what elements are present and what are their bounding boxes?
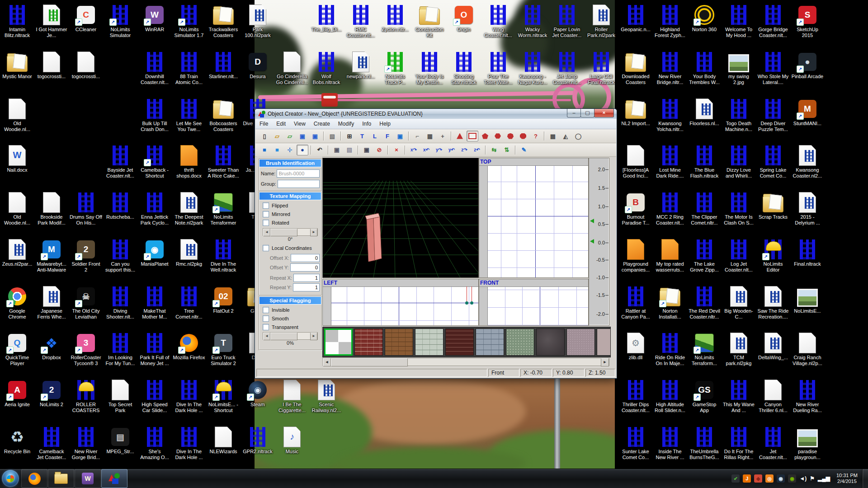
desktop-icon-rollercoaster-tycoon-3[interactable]: 3↗RollerCoaster Tycoon® 3 [70,333,102,366]
desktop-icon-ride-on-ride-on-in-maje[interactable]: Ride On Ride On In Maje... [654,333,686,366]
desktop-icon-the-blue-flash-nltrack[interactable]: The Blue Flash.nltrack [688,145,721,179]
mirrored-checkbox[interactable] [263,211,269,217]
desktop-icon-zeus-nl2par[interactable]: Zeus.nl2par... [1,239,33,267]
desktop-icon-construction-kit[interactable]: Construction Kit [413,5,446,38]
menu-info[interactable]: Info [358,119,375,128]
smooth-checkbox[interactable] [263,315,269,322]
desktop-icon-my-swing-2-jpg[interactable]: my swing 2.jpg [722,52,755,85]
create-triangle-button[interactable] [454,131,466,141]
view-top-button[interactable]: T [356,131,368,141]
repeat-y-input[interactable] [293,283,320,291]
desktop-icon-kwansong-coaster-nl2[interactable]: Kwansong Coaster.nl2... [791,145,824,179]
desktop-icon-new-river-bridge-nltr[interactable]: New River Bridge.nltr... [654,52,686,85]
prism-button[interactable]: ◭ [560,131,571,141]
texture-swatch-stone-gray[interactable] [476,328,504,356]
desktop-icon-gorge-bridge-coaster-nlt[interactable]: Gorge Bridge Coaster.nlt... [757,5,789,38]
desktop-icon-nl2-import[interactable]: NL2 Import... [619,99,652,127]
view-quad-button[interactable]: ⊞ [344,131,355,141]
menu-modify[interactable]: Modify [334,119,358,128]
tray-java-icon[interactable]: J [743,474,751,483]
desktop-icon-camelback-jet-coaster[interactable]: Camelback Jet Coaster... [35,427,68,460]
delete-button[interactable]: × [391,145,402,155]
desktop-icon-paper-lovin-jet-coaster[interactable]: Paper Lovin Jet Coaster... [551,5,583,38]
desktop-icon-mystic-manor[interactable]: Mystic Manor [1,52,33,80]
desktop-icon-zlib-dll[interactable]: ⚙zlib.dll [619,333,652,361]
desktop-icon-quicktime-player[interactable]: Q↗QuickTime Player [1,333,33,366]
desktop-icon-canyon-thriller-6-nl[interactable]: Canyon Thriller 6.nl... [757,380,789,413]
brush-name-input[interactable] [277,169,320,178]
desktop-icon-japanese-ferris-whe[interactable]: Japanese Ferris Whe... [35,286,68,320]
create-custom-button[interactable]: ? [530,131,542,141]
mirror-h-button[interactable]: ⇆ [488,145,500,155]
viewport-3d[interactable] [322,158,479,278]
taskbar-clock[interactable]: 10:31 PM 2/4/2015 [834,473,862,484]
desktop-icon-new-river-gorge-brid[interactable]: New River Gorge Brid... [70,427,102,460]
rotate-y-ccw-button[interactable]: y↶ [446,145,458,155]
offset-x-input[interactable] [291,254,320,262]
extrude-button[interactable]: ▩ [547,131,559,141]
scroll-thumb[interactable] [331,358,408,366]
desktop-icon-roller-coasters[interactable]: ROLLER COASTERS [70,380,102,413]
desktop-icon-the-big-di[interactable]: The_Big_Di... [310,5,343,33]
desktop-icon-starliner-nlt[interactable]: Starliner.nlt... [207,52,240,80]
desktop-icon-nolimits-terraformer[interactable]: ↗NoLimits Terraformer [207,192,240,226]
desktop-icon-jet-jamp-coaster-nlt[interactable]: Jet Jamp Coaster.nlt... [551,52,583,85]
desktop-icon-im-looking-for-my-tun[interactable]: Im Looking For My Tun... [104,333,137,366]
desktop-icon-playground-companies[interactable]: Playground companies... [619,239,652,273]
desktop-icon-the-motor-is-clash-on-s[interactable]: The Motor Is Clash On S... [722,192,755,226]
tray-network-icon[interactable]: ▂▄▆ [818,474,830,483]
transparent-checkbox[interactable] [263,324,269,330]
brush-sphere-button[interactable]: ● [297,145,308,155]
desktop-icon-origin[interactable]: O↗Origin [448,5,480,33]
desktop-icon-the-old-city-leviathan[interactable]: ☠↗The Old City Leviathan [70,286,102,320]
texture-scrollbar[interactable]: ◄ ► [322,358,609,366]
desktop-icon-togo-death-machine-n[interactable]: Togo Death Machine.n... [722,99,755,132]
desktop-icon-i-be-the-ciggarette[interactable]: I Be The Ciggarette... [276,380,308,413]
desktop-icon-go-cinderella-go-cinderell[interactable]: Go Cinderella Go Cinderell... [276,52,308,85]
desktop-icon-dive-in-the-well-nltrack[interactable]: Dive In The Well.nltrack [207,239,240,273]
desktop-icon-the-clipper-comet-nltr[interactable]: The Clipper Comet.nltr... [688,192,721,226]
undo-button[interactable]: ↶ [314,145,326,155]
show-desktop-button[interactable] [862,469,868,488]
desktop-icon-stuntmani[interactable]: M↗StuntMANI... [791,99,824,127]
view-left-button[interactable]: L [369,131,381,141]
desktop-icon-can-you-support-this[interactable]: Can you support this... [104,239,137,273]
desktop-icon-tree-comet-nltr[interactable]: Tree Comet.nltr... [173,286,205,320]
desktop-icon-saw-the-ride-recreation[interactable]: Saw The Ride Recreation.... [757,286,789,320]
desktop-icon-wacky-worm-nltrack[interactable]: Wacky Worm.nltrack [516,5,549,38]
desktop-icon-camelback-shortcut[interactable]: ↗Camelback - Shortcut [138,145,171,179]
title-bar[interactable]: Object Creator - New_Object* {UNREGISTER… [255,109,617,119]
desktop-icon-do-it-for-the-rillas-right[interactable]: Do It For The Rillas Right... [722,427,755,460]
select-brush-button[interactable]: ▣ [361,145,373,155]
texture-swatch-stone-white[interactable] [415,328,443,356]
ruler-toggle-button[interactable]: ⌐ [411,131,423,141]
desktop-icon-floorless-a-good-inci[interactable]: [Floorless]A Good Inci... [619,145,652,179]
desktop-icon-steam[interactable]: ◉↗Steam [241,380,274,408]
texture-swatch-mauve[interactable] [566,328,595,356]
desktop-icon-craig-ranch-village-nl2p[interactable]: Craig Ranch Village.nl2p... [791,333,824,366]
desktop-icon-zyclon-nltr[interactable]: Zyclon.nltr... [379,5,411,33]
desktop-icon-nolimits-2[interactable]: 2↗NoLimits 2 [35,380,68,408]
desktop-icon-floorless-nl[interactable]: Floorless.nl... [688,99,721,127]
vertex-mode-button[interactable]: ⊹ [284,145,296,155]
desktop-icon-downloaded-coasters[interactable]: Downloaded Coasters [619,52,652,85]
desktop-icon-euro-truck-simulator-2[interactable]: T↗Euro Truck Simulator 2 [207,333,240,366]
tray-steam-icon[interactable]: ◉ [777,474,785,483]
tray-volume-icon[interactable]: ◄) [799,474,807,483]
desktop-icon-big-wooden-c[interactable]: Big Wooden-C... [722,286,755,320]
desktop-icon-diving-shooter-nlt[interactable]: Diving Shooter.nlt... [104,286,137,320]
brush-group-input[interactable] [278,180,320,188]
desktop-icon-roller-park-nl2park[interactable]: Roller Park.nl2park [585,5,618,38]
desktop-icon-mcc-2-ring-coaster-nlt[interactable]: MCC 2 Ring Coaster.nlt... [654,192,686,226]
desktop-icon-burnout-paradise-t[interactable]: B↗Burnout Paradise T... [619,192,652,226]
viewport-left[interactable]: LEFT.5-1.0-0.50.00.51.01.52.00.0-0.5 [322,279,479,326]
texture-swatch-rock-dark[interactable] [536,328,565,356]
desktop-icon-maniaplanet[interactable]: ◉↗ManiaPlanet [138,239,171,267]
desktop-icon-soldier-front-2[interactable]: 2↗Soldier Front 2 [70,239,102,273]
rotated-checkbox[interactable] [263,220,269,226]
desktop-icon-tcm-park-nl2pkg[interactable]: TCM park.nl2pkg [722,333,755,366]
desktop-icon-rutscheba[interactable]: Rutscheba... [104,192,137,220]
elevation-marker-arrow[interactable] [590,239,594,244]
desktop-icon-kwansong-nagai-kuru[interactable]: Kwansong - Nagai Kuru... [516,52,549,85]
desktop-icon-wing-coaster-nlt[interactable]: Wing Coaster.nlt... [482,5,514,38]
